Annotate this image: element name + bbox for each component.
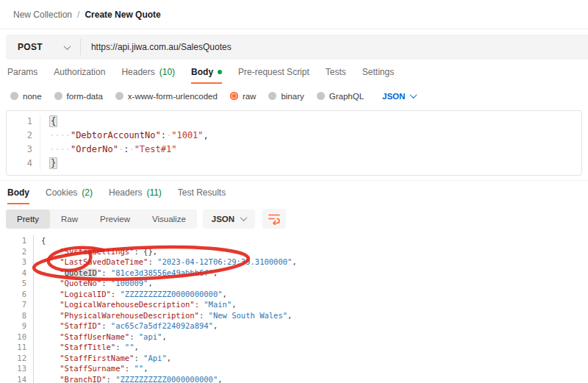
code-line: 3····"OrderNo"·:·"Test#1" [7, 143, 581, 157]
line-content: "StaffUserName": "api", [34, 332, 167, 343]
view-mode-raw[interactable]: Raw [50, 210, 89, 229]
line-number: 4 [0, 268, 34, 279]
tab-label: Params [7, 67, 37, 77]
modified-dot-icon [218, 70, 222, 74]
request-tab-tests[interactable]: Tests [326, 67, 346, 84]
response-language-selector[interactable]: JSON [203, 210, 255, 229]
line-number: 3 [7, 143, 40, 157]
tab-label: Authorization [54, 67, 105, 77]
view-mode-pretty[interactable]: Pretty [6, 210, 50, 229]
line-number: 11 [0, 342, 34, 353]
code-line: 12 "StaffFirstName": "Api", [0, 353, 588, 364]
chevron-down-icon [410, 91, 417, 99]
body-type-binary[interactable]: binary [268, 92, 304, 101]
request-tab-body[interactable]: Body [191, 67, 222, 84]
wrap-text-button[interactable] [262, 209, 286, 229]
chevron-down-icon [240, 214, 248, 221]
line-number: 7 [0, 299, 34, 310]
code-line: 4} [7, 157, 581, 171]
breadcrumb-collection[interactable]: New Collection [13, 10, 72, 20]
line-number: 9 [0, 321, 34, 332]
radio-icon [317, 92, 325, 100]
code-line: 7 "LogicalWarehouseDescription": "Main", [0, 299, 588, 310]
line-content: "StaffID": "ac65c7a5df224092a894", [34, 321, 218, 332]
radio-label: form-data [67, 92, 103, 101]
line-content: "StaffTitle": "", [34, 342, 139, 353]
view-mode-visualize[interactable]: Visualize [141, 210, 197, 229]
line-content: "LogicalID": "ZZZZZZZZZZ0000000000", [34, 289, 227, 300]
tab-label: Tests [326, 67, 346, 77]
line-content: } [40, 157, 57, 171]
line-number: 2 [7, 129, 40, 143]
request-tab-settings[interactable]: Settings [362, 67, 394, 84]
method-selector[interactable]: POST [6, 42, 80, 52]
radio-label: none [23, 92, 42, 101]
line-content: "SystemSettings": {}, [34, 246, 157, 257]
response-tab-test-results[interactable]: Test Results [178, 187, 226, 204]
body-type-form-data[interactable]: form-data [54, 92, 103, 101]
request-tab-headers[interactable]: Headers(10) [121, 67, 175, 84]
request-tab-params[interactable]: Params [7, 67, 37, 84]
radio-label: binary [281, 92, 304, 101]
tab-count-badge: (11) [146, 187, 161, 198]
response-tab-body[interactable]: Body [7, 187, 29, 204]
radio-icon [10, 92, 18, 100]
breadcrumb-separator: / [77, 10, 79, 20]
code-line: 4 "QuoteID": "81ce3d38556e49abbb6f", [0, 268, 588, 279]
code-line: 2····"DebtorAccountNo":·"1001", [7, 129, 581, 143]
body-type-raw[interactable]: raw [230, 92, 257, 101]
line-content: { [40, 115, 57, 129]
tab-label: Headers [109, 187, 142, 198]
line-content: { [34, 235, 46, 246]
line-content: "QuoteID": "81ce3d38556e49abbb6f", [34, 268, 218, 279]
code-line: 2 "SystemSettings": {}, [0, 246, 588, 257]
response-tab-headers[interactable]: Headers(11) [109, 187, 162, 204]
body-type-selector: noneform-datax-www-form-urlencodedrawbin… [0, 84, 588, 108]
code-line: 11 "StaffTitle": "", [0, 342, 588, 353]
request-tab-authorization[interactable]: Authorization [54, 67, 105, 84]
response-view-modes: PrettyRawPreviewVisualize [6, 210, 197, 229]
response-toolbar: PrettyRawPreviewVisualize JSON [0, 204, 588, 234]
radio-label: raw [243, 92, 257, 101]
line-number: 6 [0, 289, 34, 300]
response-tabs: BodyCookies(2)Headers(11)Test Results [0, 180, 588, 204]
radio-icon [54, 92, 62, 100]
code-line: 14 "BranchID": "ZZZZZZZZZZ0000000000", [0, 374, 588, 383]
body-type-radios: noneform-datax-www-form-urlencodedrawbin… [10, 92, 364, 101]
request-body-editor[interactable]: 1{2····"DebtorAccountNo":·"1001",3····"O… [6, 110, 582, 176]
view-mode-preview[interactable]: Preview [89, 210, 141, 229]
line-content: "LastSavedDateTime": "2023-04-12T06:29:3… [34, 257, 297, 268]
tab-label: Pre-request Script [238, 67, 309, 77]
code-line: 8 "PhysicalWarehouseDescription": "New S… [0, 310, 588, 321]
url-input[interactable]: https://api.jiwa.com.au/SalesQuotes [81, 42, 232, 52]
code-line: 1{ [0, 235, 588, 246]
line-content: "StaffSurname": "", [34, 363, 148, 374]
code-line: 1{ [7, 115, 581, 129]
request-url-bar: POST https://api.jiwa.com.au/SalesQuotes [6, 35, 588, 60]
line-content: "QuoteNo": "100009", [34, 278, 153, 289]
body-type-graphql[interactable]: GraphQL [317, 92, 364, 101]
code-line: 6 "LogicalID": "ZZZZZZZZZZ0000000000", [0, 289, 588, 300]
request-tab-pre-request-script[interactable]: Pre-request Script [238, 67, 309, 84]
body-type-x-www-form-urlencoded[interactable]: x-www-form-urlencoded [115, 92, 218, 101]
line-number: 1 [0, 235, 34, 246]
line-content: "PhysicalWarehouseDescription": "New Sou… [34, 310, 292, 321]
raw-language-selector[interactable]: JSON [382, 92, 416, 101]
code-line: 9 "StaffID": "ac65c7a5df224092a894", [0, 321, 588, 332]
code-line: 3 "LastSavedDateTime": "2023-04-12T06:29… [0, 257, 588, 268]
body-type-none[interactable]: none [10, 92, 42, 101]
line-content: "BranchID": "ZZZZZZZZZZ0000000000", [34, 374, 223, 383]
tab-label: Body [191, 67, 213, 77]
line-number: 4 [7, 157, 40, 171]
radio-label: x-www-form-urlencoded [128, 92, 218, 101]
line-number: 8 [0, 310, 34, 321]
line-content: ····"DebtorAccountNo":·"1001", [40, 129, 209, 143]
wrap-text-icon [268, 212, 281, 225]
line-number: 5 [0, 278, 34, 289]
radio-icon [268, 92, 276, 100]
radio-icon [115, 92, 123, 100]
response-tab-cookies[interactable]: Cookies(2) [46, 187, 93, 204]
raw-language-label: JSON [382, 92, 405, 101]
line-number: 13 [0, 363, 34, 374]
radio-label: GraphQL [329, 92, 364, 101]
